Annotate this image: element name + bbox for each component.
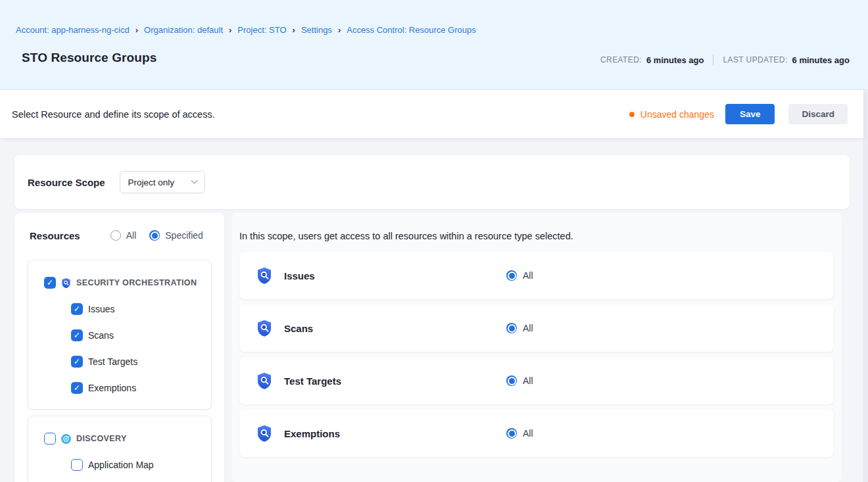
resource-tree-item: Test Targets — [71, 349, 211, 375]
resource-type-card: Exemptions All — [239, 410, 834, 457]
group-label: SECURITY ORCHESTRATION — [76, 278, 197, 287]
item-label: Test Targets — [88, 356, 137, 367]
page-header: Account: app-harness-ng-cicd›Organizatio… — [0, 0, 868, 90]
breadcrumb-item[interactable]: Access Control: Resource Groups — [347, 25, 476, 35]
chevron-right-icon: › — [338, 25, 341, 35]
last-updated-value: 6 minutes ago — [792, 55, 850, 65]
resource-type-label: Scans — [284, 323, 313, 334]
resource-scope-card: Resource Scope Project only — [14, 155, 850, 209]
discovery-icon — [60, 433, 72, 445]
sto-shield-icon — [255, 424, 274, 443]
resource-type-card: Scans All — [239, 304, 834, 352]
breadcrumb-item[interactable]: Project: STO — [237, 25, 286, 35]
resource-tree: SECURITY ORCHESTRATION Issues Scans Test… — [28, 260, 212, 482]
group-items: Issues Scans Test Targets Exemptions — [28, 296, 211, 401]
item-label: Scans — [88, 330, 114, 341]
resource-type-card: Test Targets All — [239, 357, 834, 404]
chevron-down-icon — [191, 177, 197, 183]
created-label: CREATED: — [600, 55, 642, 64]
item-label: Application Map — [88, 460, 154, 470]
meta-divider — [713, 55, 713, 65]
resource-tree-item: Issues — [71, 296, 211, 322]
group-checkbox[interactable] — [44, 277, 56, 289]
access-radio-all[interactable]: All — [506, 252, 533, 299]
item-checkbox[interactable] — [71, 303, 83, 315]
page-title: STO Resource Groups — [22, 51, 157, 65]
sto-shield-icon — [60, 277, 72, 289]
breadcrumb-item[interactable]: Settings — [301, 25, 332, 35]
unsaved-changes-label: Unsaved changes — [640, 109, 714, 120]
group-checkbox[interactable] — [44, 433, 56, 445]
access-label: All — [523, 270, 533, 281]
item-label: Exemptions — [88, 383, 136, 393]
resource-type-label: Test Targets — [284, 375, 341, 387]
access-label: All — [523, 428, 533, 439]
resource-tree-item: Exemptions — [71, 375, 211, 401]
unsaved-dot-icon — [629, 112, 635, 117]
resource-access-region: In this scope, users get access to all r… — [231, 213, 842, 482]
radio-checked-icon — [506, 270, 517, 281]
created-value: 6 minutes ago — [646, 55, 704, 65]
breadcrumb-item[interactable]: Account: app-harness-ng-cicd — [16, 25, 130, 35]
resource-type-card: Issues All — [239, 252, 834, 299]
toolbar-description: Select Resource and define its scope of … — [12, 109, 215, 120]
breadcrumb: Account: app-harness-ng-cicd›Organizatio… — [16, 25, 476, 35]
last-updated-label: LAST UPDATED: — [723, 55, 787, 64]
radio-checked-icon — [506, 375, 517, 386]
radio-all-label: All — [126, 230, 137, 241]
resource-group-card: SECURITY ORCHESTRATION Issues Scans Test… — [28, 260, 212, 410]
item-label: Issues — [88, 304, 114, 314]
resources-title: Resources — [30, 230, 80, 241]
chevron-right-icon: › — [229, 25, 231, 35]
group-label: DISCOVERY — [76, 434, 127, 443]
resource-scope-label: Resource Scope — [28, 177, 105, 188]
toolbar: Select Resource and define its scope of … — [0, 90, 863, 138]
item-checkbox[interactable] — [71, 329, 83, 341]
resource-group-card: DISCOVERY Application Map — [28, 416, 212, 482]
radio-checked-icon — [506, 428, 517, 439]
resources-radio-specified[interactable]: Specified — [149, 230, 203, 241]
radio-specified-label: Specified — [165, 230, 203, 241]
resource-group-row: DISCOVERY — [44, 433, 211, 445]
resources-panel: Resources All Specified SECURITY ORCHEST… — [14, 213, 224, 482]
unsaved-changes-indicator: Unsaved changes — [629, 109, 714, 120]
resource-type-label: Exemptions — [284, 428, 340, 439]
sto-shield-icon — [255, 266, 274, 285]
access-radio-all[interactable]: All — [506, 304, 533, 352]
resource-tree-item: Scans — [71, 322, 211, 349]
resources-radio-all[interactable]: All — [110, 230, 137, 241]
access-radio-all[interactable]: All — [506, 410, 533, 457]
chevron-right-icon: › — [293, 25, 295, 35]
radio-unchecked-icon — [110, 230, 121, 241]
access-radio-all[interactable]: All — [506, 357, 533, 404]
radio-checked-icon — [149, 230, 160, 241]
group-items: Application Map — [28, 452, 211, 478]
item-checkbox[interactable] — [71, 356, 83, 368]
chevron-right-icon: › — [135, 25, 138, 35]
resource-scope-value: Project only — [128, 178, 175, 187]
access-label: All — [523, 323, 533, 333]
discard-button[interactable]: Discard — [788, 104, 848, 124]
resource-scope-dropdown[interactable]: Project only — [120, 171, 205, 193]
access-label: All — [523, 375, 533, 386]
resource-group-row: SECURITY ORCHESTRATION — [44, 277, 211, 289]
resource-tree-item: Application Map — [71, 452, 211, 478]
resource-card-list: Issues All Scans All Test Targets All Ex… — [239, 252, 842, 457]
meta-info: CREATED: 6 minutes ago LAST UPDATED: 6 m… — [600, 55, 850, 65]
resources-header: Resources All Specified — [30, 229, 212, 242]
scope-description: In this scope, users get access to all r… — [239, 231, 842, 241]
radio-checked-icon — [506, 323, 517, 333]
breadcrumb-item[interactable]: Organization: default — [144, 25, 223, 35]
sto-shield-icon — [255, 372, 274, 390]
item-checkbox[interactable] — [71, 382, 83, 394]
item-checkbox[interactable] — [71, 459, 83, 471]
scrollbar-track[interactable] — [863, 90, 868, 482]
toolbar-actions: Unsaved changes Save Discard — [629, 104, 848, 124]
resource-type-label: Issues — [284, 270, 315, 281]
save-button[interactable]: Save — [725, 104, 775, 124]
sto-shield-icon — [255, 319, 274, 337]
